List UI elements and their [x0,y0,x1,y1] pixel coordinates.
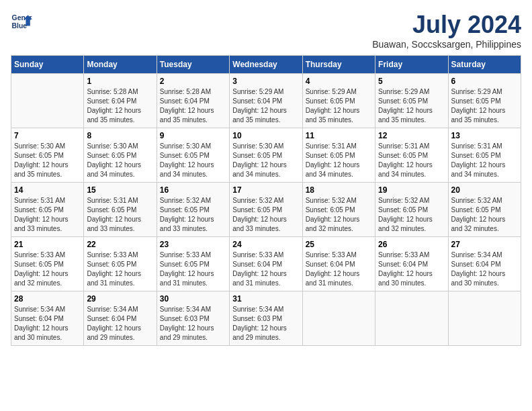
day-info: Sunrise: 5:30 AM Sunset: 6:05 PM Dayligh… [232,142,299,179]
calendar-table: SundayMondayTuesdayWednesdayThursdayFrid… [11,55,521,346]
calendar-cell: 9Sunrise: 5:30 AM Sunset: 6:05 PM Daylig… [157,128,229,183]
day-number: 22 [87,240,153,249]
day-number: 27 [451,240,518,249]
day-info: Sunrise: 5:34 AM Sunset: 6:04 PM Dayligh… [451,250,518,288]
calendar-cell: 5Sunrise: 5:29 AM Sunset: 6:05 PM Daylig… [375,74,448,128]
calendar-cell: 24Sunrise: 5:33 AM Sunset: 6:04 PM Dayli… [230,237,302,291]
day-header-monday: Monday [84,56,157,74]
day-info: Sunrise: 5:33 AM Sunset: 6:05 PM Dayligh… [87,250,153,288]
calendar-cell: 19Sunrise: 5:32 AM Sunset: 6:05 PM Dayli… [375,183,448,237]
day-number: 9 [160,131,226,140]
day-info: Sunrise: 5:33 AM Sunset: 6:04 PM Dayligh… [306,250,372,288]
day-number: 25 [306,240,372,249]
calendar-cell: 14Sunrise: 5:31 AM Sunset: 6:05 PM Dayli… [11,183,84,237]
calendar-cell [448,291,521,346]
calendar-cell: 31Sunrise: 5:34 AM Sunset: 6:03 PM Dayli… [230,291,302,346]
calendar-cell [302,291,375,346]
calendar-cell: 22Sunrise: 5:33 AM Sunset: 6:05 PM Dayli… [84,237,157,291]
calendar-cell: 13Sunrise: 5:31 AM Sunset: 6:05 PM Dayli… [448,128,521,183]
day-number: 6 [451,77,518,86]
calendar-cell: 29Sunrise: 5:34 AM Sunset: 6:04 PM Dayli… [84,291,157,346]
calendar-cell: 21Sunrise: 5:33 AM Sunset: 6:05 PM Dayli… [11,237,84,291]
calendar-cell: 2Sunrise: 5:28 AM Sunset: 6:04 PM Daylig… [157,74,229,128]
calendar-week-row: 21Sunrise: 5:33 AM Sunset: 6:05 PM Dayli… [11,237,521,291]
day-info: Sunrise: 5:31 AM Sunset: 6:05 PM Dayligh… [87,196,153,234]
calendar-cell: 18Sunrise: 5:32 AM Sunset: 6:05 PM Dayli… [302,183,375,237]
calendar-cell: 26Sunrise: 5:33 AM Sunset: 6:04 PM Dayli… [375,237,448,291]
location-subtitle: Buawan, Soccsksargen, Philippines [372,39,521,50]
calendar-cell [11,74,84,128]
day-info: Sunrise: 5:33 AM Sunset: 6:05 PM Dayligh… [160,250,226,288]
calendar-cell: 8Sunrise: 5:30 AM Sunset: 6:05 PM Daylig… [84,128,157,183]
day-info: Sunrise: 5:33 AM Sunset: 6:04 PM Dayligh… [232,250,299,288]
day-header-wednesday: Wednesday [230,56,302,74]
calendar-cell: 1Sunrise: 5:28 AM Sunset: 6:04 PM Daylig… [84,74,157,128]
day-number: 30 [160,294,226,304]
day-number: 24 [232,240,299,249]
calendar-cell: 23Sunrise: 5:33 AM Sunset: 6:05 PM Dayli… [157,237,229,291]
day-info: Sunrise: 5:34 AM Sunset: 6:04 PM Dayligh… [87,305,153,342]
day-info: Sunrise: 5:34 AM Sunset: 6:03 PM Dayligh… [232,305,299,342]
calendar-cell: 7Sunrise: 5:30 AM Sunset: 6:05 PM Daylig… [11,128,84,183]
day-number: 15 [87,185,153,195]
calendar-week-row: 1Sunrise: 5:28 AM Sunset: 6:04 PM Daylig… [11,74,521,128]
day-info: Sunrise: 5:31 AM Sunset: 6:05 PM Dayligh… [378,142,445,179]
day-header-thursday: Thursday [302,56,375,74]
day-number: 20 [451,185,518,195]
calendar-cell [375,291,448,346]
day-number: 21 [14,240,81,249]
day-header-friday: Friday [375,56,448,74]
calendar-header-row: SundayMondayTuesdayWednesdayThursdayFrid… [11,56,521,74]
day-number: 23 [160,240,226,249]
day-number: 19 [378,185,445,195]
day-number: 2 [160,77,226,86]
day-info: Sunrise: 5:32 AM Sunset: 6:05 PM Dayligh… [378,196,445,234]
day-number: 4 [306,77,372,86]
calendar-cell: 16Sunrise: 5:32 AM Sunset: 6:05 PM Dayli… [157,183,229,237]
day-number: 10 [232,131,299,140]
calendar-cell: 11Sunrise: 5:31 AM Sunset: 6:05 PM Dayli… [302,128,375,183]
day-info: Sunrise: 5:32 AM Sunset: 6:05 PM Dayligh… [306,196,372,234]
calendar-week-row: 7Sunrise: 5:30 AM Sunset: 6:05 PM Daylig… [11,128,521,183]
calendar-cell: 10Sunrise: 5:30 AM Sunset: 6:05 PM Dayli… [230,128,302,183]
calendar-cell: 17Sunrise: 5:32 AM Sunset: 6:05 PM Dayli… [230,183,302,237]
svg-text:Blue: Blue [12,22,28,30]
day-info: Sunrise: 5:30 AM Sunset: 6:05 PM Dayligh… [87,142,153,179]
day-header-sunday: Sunday [11,56,84,74]
day-info: Sunrise: 5:28 AM Sunset: 6:04 PM Dayligh… [160,87,226,125]
logo: General Blue [11,11,32,32]
day-header-saturday: Saturday [448,56,521,74]
calendar-cell: 25Sunrise: 5:33 AM Sunset: 6:04 PM Dayli… [302,237,375,291]
calendar-cell: 28Sunrise: 5:34 AM Sunset: 6:04 PM Dayli… [11,291,84,346]
day-number: 3 [232,77,299,86]
calendar-cell: 30Sunrise: 5:34 AM Sunset: 6:03 PM Dayli… [157,291,229,346]
day-info: Sunrise: 5:30 AM Sunset: 6:05 PM Dayligh… [160,142,226,179]
day-info: Sunrise: 5:29 AM Sunset: 6:05 PM Dayligh… [378,87,445,125]
day-number: 5 [378,77,445,86]
title-block: July 2024 Buawan, Soccsksargen, Philippi… [372,11,521,50]
day-info: Sunrise: 5:31 AM Sunset: 6:05 PM Dayligh… [306,142,372,179]
day-number: 28 [14,294,81,304]
month-title: July 2024 [372,11,521,39]
day-info: Sunrise: 5:28 AM Sunset: 6:04 PM Dayligh… [87,87,153,125]
day-number: 8 [87,131,153,140]
day-header-tuesday: Tuesday [157,56,229,74]
day-info: Sunrise: 5:33 AM Sunset: 6:04 PM Dayligh… [378,250,445,288]
day-info: Sunrise: 5:29 AM Sunset: 6:05 PM Dayligh… [306,87,372,125]
calendar-cell: 6Sunrise: 5:29 AM Sunset: 6:05 PM Daylig… [448,74,521,128]
day-info: Sunrise: 5:32 AM Sunset: 6:05 PM Dayligh… [160,196,226,234]
day-number: 17 [232,185,299,195]
day-info: Sunrise: 5:31 AM Sunset: 6:05 PM Dayligh… [14,196,81,234]
calendar-week-row: 28Sunrise: 5:34 AM Sunset: 6:04 PM Dayli… [11,291,521,346]
day-info: Sunrise: 5:29 AM Sunset: 6:05 PM Dayligh… [451,87,518,125]
calendar-cell: 4Sunrise: 5:29 AM Sunset: 6:05 PM Daylig… [302,74,375,128]
day-number: 18 [306,185,372,195]
day-number: 14 [14,185,81,195]
day-info: Sunrise: 5:30 AM Sunset: 6:05 PM Dayligh… [14,142,81,179]
calendar-week-row: 14Sunrise: 5:31 AM Sunset: 6:05 PM Dayli… [11,183,521,237]
day-number: 11 [306,131,372,140]
day-number: 13 [451,131,518,140]
logo-icon: General Blue [11,11,32,32]
calendar-cell: 27Sunrise: 5:34 AM Sunset: 6:04 PM Dayli… [448,237,521,291]
day-number: 29 [87,294,153,304]
